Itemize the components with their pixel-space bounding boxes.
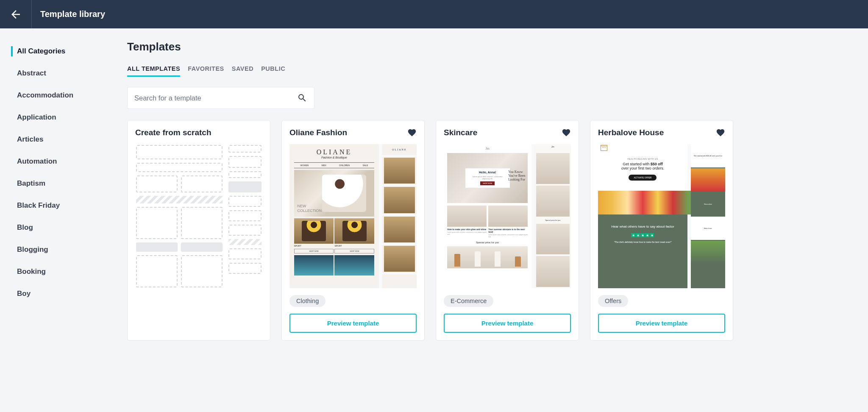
preview-shop-btn: SHOP NOW bbox=[480, 181, 495, 185]
preview-label: SPORT bbox=[294, 245, 334, 247]
cards-row: Create from scratch bbox=[127, 120, 851, 341]
sidebar-item-application[interactable]: Application bbox=[0, 106, 110, 128]
card-title: Herbalove House bbox=[598, 128, 664, 137]
preview-label: SPORT bbox=[334, 245, 374, 247]
card-header: Create from scratch bbox=[135, 128, 262, 137]
page-title: Templates bbox=[127, 40, 851, 53]
category-tag: E-Commerce bbox=[444, 295, 493, 307]
template-preview: OLIANE Fashion & Boutique WOMEN MEN CHIL… bbox=[289, 144, 417, 288]
preview-side-text: Hear what bbox=[691, 192, 725, 216]
sidebar-item-black-friday[interactable]: Black Friday bbox=[0, 195, 110, 217]
header-title: Template library bbox=[32, 9, 105, 19]
sidebar: All Categories Abstract Accommodation Ap… bbox=[0, 28, 110, 412]
sidebar-item-abstract[interactable]: Abstract bbox=[0, 62, 110, 84]
preview-nav-item: WOMEN bbox=[300, 164, 309, 167]
sidebar-item-blogging[interactable]: Blogging bbox=[0, 239, 110, 261]
preview-shop-btn: SHOP NOW bbox=[294, 249, 334, 253]
preview-nav-item: MEN bbox=[321, 164, 326, 167]
back-button[interactable] bbox=[0, 0, 32, 28]
card-herbalove-house[interactable]: Herbalove House HerbaloveHouse HEALTH BE… bbox=[590, 120, 733, 341]
sidebar-item-baptism[interactable]: Baptism bbox=[0, 173, 110, 195]
preview-price: Special price for you bbox=[476, 241, 499, 244]
preview-hear: Hear what others have to say about facto… bbox=[609, 225, 676, 229]
preview-template-button[interactable]: Preview template bbox=[444, 314, 571, 333]
preview-hello: Hello, Anna! bbox=[470, 171, 506, 174]
card-header: Oliane Fashion bbox=[289, 128, 417, 137]
preview-col-heading: Your summer skincare is to the next leve… bbox=[488, 228, 528, 233]
card-title: Create from scratch bbox=[135, 128, 211, 137]
content-area: All Categories Abstract Accommodation Ap… bbox=[0, 28, 868, 412]
preview-hero-text: NEW COLLECTION bbox=[298, 204, 322, 213]
tab-all-templates[interactable]: ALL TEMPLATES bbox=[127, 65, 180, 77]
heart-icon[interactable] bbox=[716, 128, 725, 137]
category-tag: Offers bbox=[598, 295, 628, 307]
search-icon[interactable] bbox=[297, 93, 307, 103]
main: Templates ALL TEMPLATES FAVORITES SAVED … bbox=[110, 28, 868, 412]
search-input[interactable] bbox=[134, 94, 297, 102]
preview-logo: OLIANE bbox=[317, 148, 352, 156]
sidebar-item-all-categories[interactable]: All Categories bbox=[0, 40, 110, 62]
sidebar-item-automation[interactable]: Automation bbox=[0, 150, 110, 173]
template-preview bbox=[135, 144, 262, 288]
star-icon: ★ bbox=[631, 233, 635, 237]
sidebar-item-booking[interactable]: Booking bbox=[0, 261, 110, 283]
search-wrap bbox=[127, 87, 314, 109]
star-icon: ★ bbox=[650, 233, 654, 237]
preview-shop-btn: SHOP NOW bbox=[334, 249, 374, 253]
preview-template-button[interactable]: Preview template bbox=[289, 314, 417, 333]
preview-hero-side: You KnowYou've BeenLooking For bbox=[508, 170, 525, 181]
star-icon: ★ bbox=[636, 233, 640, 237]
sidebar-item-boy[interactable]: Boy bbox=[0, 283, 110, 305]
card-title: Skincare bbox=[444, 128, 477, 137]
preview-col-text: Lorem ipsum dolor sit amet, consectetur … bbox=[488, 234, 528, 238]
heart-icon[interactable] bbox=[562, 128, 571, 137]
template-preview: Jm Hello, Anna! Lorem ipsum dolor sit am… bbox=[444, 144, 571, 288]
tab-saved[interactable]: SAVED bbox=[232, 65, 253, 77]
preview-offer: Get started with $50 offover your first … bbox=[601, 162, 685, 170]
card-header: Herbalove House bbox=[598, 128, 725, 137]
tab-public[interactable]: PUBLIC bbox=[261, 65, 285, 77]
card-create-from-scratch[interactable]: Create from scratch bbox=[127, 120, 270, 341]
preview-lorem: Lorem ipsum dolor sit amet, consectetur … bbox=[470, 175, 506, 180]
preview-tag: HEALTH BEGINS WITH US bbox=[601, 158, 685, 160]
tab-favorites[interactable]: FAVORITES bbox=[188, 65, 224, 77]
preview-col-heading: How to make your skin glow and shine bbox=[447, 228, 487, 231]
preview-nav-item: SALE bbox=[362, 164, 368, 167]
card-title: Oliane Fashion bbox=[289, 128, 347, 137]
preview-side-text: Get started with $50 off over your first bbox=[691, 144, 725, 167]
star-icon: ★ bbox=[640, 233, 645, 237]
preview-subtitle: Fashion & Boutique bbox=[321, 156, 347, 159]
sidebar-item-blog[interactable]: Blog bbox=[0, 217, 110, 239]
card-oliane-fashion[interactable]: Oliane Fashion OLIANE Fashion & Boutique… bbox=[281, 120, 425, 341]
card-header: Skincare bbox=[444, 128, 571, 137]
preview-activate-btn: ACTIVATE OFFER bbox=[629, 175, 657, 181]
sidebar-item-accommodation[interactable]: Accommodation bbox=[0, 84, 110, 106]
preview-template-button[interactable]: Preview template bbox=[598, 314, 725, 333]
category-tag: Clothing bbox=[289, 295, 326, 307]
preview-col-text: Lorem ipsum dolor sit amet, consectetur … bbox=[447, 231, 487, 235]
star-icon: ★ bbox=[645, 233, 649, 237]
preview-side-text: How it wor bbox=[691, 217, 725, 240]
preview-nav-item: CHILDREN bbox=[339, 164, 350, 167]
app-header: Template library bbox=[0, 0, 868, 28]
card-skincare[interactable]: Skincare Jm Hello, Anna! Lorem ipsum dol… bbox=[436, 120, 579, 341]
template-preview: HerbaloveHouse HEALTH BEGINS WITH US Get… bbox=[598, 144, 725, 288]
heart-icon[interactable] bbox=[407, 128, 417, 137]
preview-quote: "The chefs definitely know how to make t… bbox=[609, 241, 676, 243]
back-arrow-icon bbox=[9, 8, 22, 21]
sidebar-item-articles[interactable]: Articles bbox=[0, 128, 110, 150]
tabs: ALL TEMPLATES FAVORITES SAVED PUBLIC bbox=[127, 65, 851, 77]
